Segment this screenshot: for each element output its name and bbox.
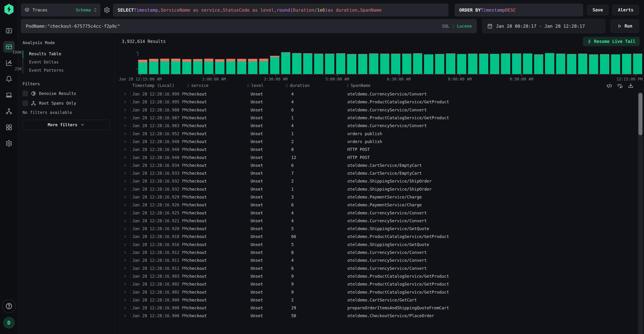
histogram-bar[interactable]: [633, 54, 642, 74]
histogram-bar[interactable]: [193, 59, 202, 74]
table-row[interactable]: Jan 28 12:28:16.900 PM checkout Unset 2 …: [123, 296, 644, 304]
expand-row-button[interactable]: [123, 140, 128, 144]
table-row[interactable]: Jan 28 12:28:16.933 PM checkout Unset 7 …: [123, 169, 644, 177]
table-row[interactable]: Jan 28 12:28:16.988 PM checkout Unset 6 …: [123, 106, 644, 114]
select-clause-editor[interactable]: SELECT Timestamp, ServiceName as service…: [113, 3, 448, 16]
expand-row-button[interactable]: [123, 124, 128, 128]
expand-row-button[interactable]: [123, 243, 128, 247]
expand-row-button[interactable]: [123, 274, 128, 278]
histogram-bar[interactable]: [237, 59, 246, 74]
histogram-bar[interactable]: [402, 54, 411, 74]
expand-row-button[interactable]: [123, 298, 128, 302]
table-row[interactable]: Jan 28 12:28:16.918 PM checkout Unset 66…: [123, 233, 644, 241]
histogram-bar[interactable]: [171, 59, 180, 74]
save-button[interactable]: Save: [587, 5, 608, 15]
table-row[interactable]: Jan 28 12:28:16.932 PM checkout Unset 1 …: [123, 185, 644, 193]
nav-item-settings[interactable]: [3, 138, 15, 149]
checkbox-denoise-results[interactable]: [22, 91, 28, 96]
histogram-bar[interactable]: [567, 54, 576, 74]
date-range-picker[interactable]: Jan 28 00:28:17 - Jan 28 12:28:17: [482, 19, 605, 33]
nav-item-collapse-sidebar[interactable]: [3, 25, 15, 36]
histogram-bar[interactable]: [347, 54, 356, 74]
expand-row-button[interactable]: [123, 156, 128, 159]
table-row[interactable]: Jan 28 12:28:16.916 PM checkout Unset 5 …: [123, 241, 644, 249]
sql-language-option[interactable]: SQL: [442, 24, 450, 28]
histogram-bar[interactable]: [215, 59, 224, 74]
histogram-bar[interactable]: [248, 59, 257, 74]
table-row[interactable]: Jan 28 12:28:16.934 PM checkout Unset 6 …: [123, 161, 644, 169]
histogram-bar[interactable]: [138, 60, 147, 74]
column-header-service[interactable]: service: [187, 83, 247, 88]
histogram-bar[interactable]: [358, 54, 367, 74]
histogram-bar[interactable]: [413, 53, 422, 74]
histogram-bar[interactable]: [611, 54, 620, 74]
search-input[interactable]: PodName:"checkout-675775c4cc-f2p9c" SQL …: [21, 19, 477, 33]
expand-row-button[interactable]: [123, 314, 128, 318]
expand-row-button[interactable]: [123, 171, 128, 175]
nav-item-service-map[interactable]: [3, 105, 15, 117]
histogram-bar[interactable]: [523, 53, 532, 74]
histogram-bar[interactable]: [490, 54, 499, 74]
table-row[interactable]: Jan 28 12:28:16.952 PM checkout Unset 1 …: [123, 130, 644, 137]
histogram-bar[interactable]: [534, 54, 543, 74]
table-row[interactable]: Jan 28 12:28:16.925 PM checkout Unset 4 …: [123, 209, 644, 217]
nav-item-client-sessions[interactable]: [3, 89, 15, 101]
histogram-bar[interactable]: [479, 54, 488, 74]
table-row[interactable]: Jan 28 12:28:16.932 PM checkout Unset 2 …: [123, 177, 644, 185]
histogram-bar[interactable]: [380, 54, 389, 74]
expand-row-button[interactable]: [123, 235, 128, 239]
column-header-spanname[interactable]: SpanName: [346, 83, 644, 88]
help-button[interactable]: [2, 299, 16, 313]
table-row[interactable]: Jan 28 12:28:16.983 PM checkout Unset 4 …: [123, 122, 644, 130]
histogram-bar[interactable]: [424, 54, 433, 74]
histogram-bar[interactable]: [281, 52, 290, 74]
table-row[interactable]: Jan 28 12:28:16.911 PM checkout Unset 6 …: [123, 265, 644, 272]
histogram-bar[interactable]: [259, 59, 268, 74]
expand-row-button[interactable]: [123, 290, 128, 294]
table-row[interactable]: Jan 28 12:28:16.902 PM checkout Unset 9 …: [123, 280, 644, 288]
table-row[interactable]: Jan 28 12:28:16.900 PM checkout Unset 29…: [123, 304, 644, 312]
download-icon[interactable]: [628, 83, 634, 89]
source-selector[interactable]: Traces Schema: [21, 3, 100, 16]
analysis-mode-event-deltas[interactable]: Event Deltas: [26, 58, 110, 66]
histogram-bar[interactable]: [622, 54, 631, 74]
nav-item-dashboards[interactable]: [3, 122, 15, 133]
table-row[interactable]: Jan 28 12:28:16.926 PM checkout Unset 6 …: [123, 201, 644, 209]
table-row[interactable]: Jan 28 12:28:16.920 PM checkout Unset 5 …: [123, 225, 644, 233]
schema-link[interactable]: Schema: [76, 8, 91, 12]
table-row[interactable]: Jan 28 12:28:16.912 PM checkout Unset 8 …: [123, 249, 644, 256]
table-row[interactable]: Jan 28 12:28:16.940 PM checkout Unset 12…: [123, 153, 644, 161]
table-row[interactable]: Jan 28 12:28:16.902 PM checkout Unset 9 …: [123, 288, 644, 296]
histogram-bar[interactable]: [226, 59, 235, 74]
more-filters-button[interactable]: More filters: [22, 120, 110, 130]
histogram-bar[interactable]: [457, 54, 466, 74]
expand-row-button[interactable]: [123, 132, 128, 136]
nav-item-alerts[interactable]: [3, 73, 15, 85]
analysis-mode-results-table[interactable]: Results Table: [26, 50, 110, 58]
histogram-bar[interactable]: [325, 54, 334, 74]
table-row[interactable]: Jan 28 12:28:16.929 PM checkout Unset 3 …: [123, 193, 644, 201]
expand-row-button[interactable]: [123, 282, 128, 286]
alerts-button[interactable]: Alerts: [612, 5, 639, 15]
expand-row-button[interactable]: [123, 266, 128, 270]
checkbox-root-spans-only[interactable]: [22, 100, 28, 106]
table-scrollbar[interactable]: [638, 92, 643, 334]
analysis-mode-event-patterns[interactable]: Event Patterns: [26, 66, 110, 74]
events-histogram[interactable]: 100K25KJan 28 12:15:00 AM2:00:00 AM3:30:…: [114, 49, 642, 81]
table-row[interactable]: Jan 28 12:28:16.911 PM checkout Unset 4 …: [123, 256, 644, 264]
column-header-level[interactable]: level: [247, 83, 286, 88]
expand-row-button[interactable]: [123, 306, 128, 310]
histogram-bar[interactable]: [468, 54, 477, 74]
expand-row-button[interactable]: [123, 100, 128, 104]
lucene-language-option[interactable]: Lucene: [457, 24, 472, 28]
histogram-bar[interactable]: [160, 59, 169, 74]
table-row[interactable]: Jan 28 12:28:16.948 PM checkout Unset 2 …: [123, 138, 644, 146]
histogram-bar[interactable]: [512, 53, 521, 74]
expand-row-button[interactable]: [123, 251, 128, 254]
expand-row-button[interactable]: [123, 108, 128, 112]
histogram-bar[interactable]: [204, 59, 213, 74]
histogram-bar[interactable]: [578, 54, 587, 74]
source-settings-gear-icon[interactable]: [104, 7, 110, 13]
histogram-bar[interactable]: [336, 53, 345, 74]
expand-row-button[interactable]: [123, 147, 128, 151]
